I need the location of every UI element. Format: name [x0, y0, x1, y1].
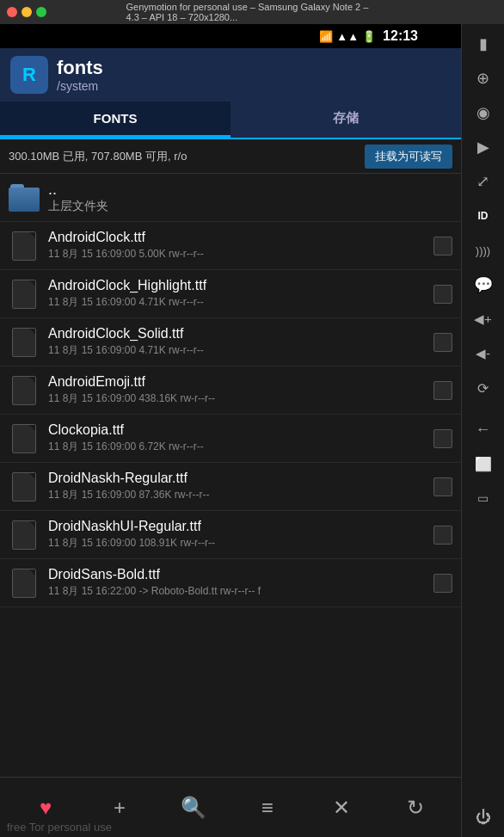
media-icon[interactable]: ▶ — [464, 131, 502, 163]
file-name: AndroidClock_Solid.ttf — [48, 326, 427, 342]
volume-up-icon[interactable]: ◀+ — [464, 303, 502, 335]
file-name: DroidNaskh-Regular.ttf — [48, 471, 427, 486]
file-info: AndroidClock_Highlight.ttf 11 8月 15 16:0… — [48, 278, 427, 310]
signal-status-icon: ▲▲ — [336, 30, 359, 43]
file-info: DroidNaskhUI-Regular.ttf 11 8月 15 16:09:… — [48, 519, 427, 551]
file-info: AndroidClock.ttf 11 8月 15 16:09:00 5.00K… — [48, 230, 427, 262]
file-meta: 11 8月 15 16:09:00 438.16K rw-r--r-- — [48, 391, 427, 406]
wifi-status-icon: 📶 — [319, 30, 333, 43]
close-icon: ✕ — [333, 796, 350, 820]
close-button[interactable] — [7, 7, 17, 17]
file-checkbox[interactable] — [433, 477, 452, 496]
status-time: 12:13 — [383, 28, 418, 44]
storage-bar: 300.10MB 已用, 707.80MB 可用, r/o 挂载为可读写 — [0, 139, 461, 174]
bottom-nav: ♥ + 🔍 ≡ ✕ ↻ free Tor personal use — [0, 777, 461, 837]
power-icon[interactable]: ⏻ — [464, 801, 502, 834]
file-doc-icon — [9, 518, 40, 552]
volume-down-icon[interactable]: ◀- — [464, 337, 502, 370]
back-icon[interactable]: ← — [464, 413, 502, 446]
refresh-icon: ↻ — [407, 796, 424, 820]
window-title: Genymotion for personal use – Samsung Ga… — [126, 2, 378, 22]
plus-icon: + — [114, 796, 126, 820]
file-doc-icon — [9, 566, 40, 600]
file-checkbox[interactable] — [433, 429, 452, 448]
file-meta: 11 8月 15 16:09:00 108.91K rw-r--r-- — [48, 536, 427, 551]
camera-icon[interactable]: ◉ — [464, 96, 502, 129]
file-doc-icon — [9, 470, 40, 504]
file-name: Clockopia.ttf — [48, 422, 427, 438]
file-checkbox[interactable] — [433, 333, 452, 352]
file-info: AndroidClock_Solid.ttf 11 8月 15 16:09:00… — [48, 326, 427, 358]
file-name: AndroidClock_Highlight.ttf — [48, 278, 427, 293]
status-bar: 📶 ▲▲ 🔋 12:13 — [0, 24, 461, 48]
home-icon[interactable]: ⬜ — [464, 447, 502, 480]
file-checkbox[interactable] — [433, 381, 452, 400]
title-bar: Genymotion for personal use – Samsung Ga… — [0, 0, 504, 24]
file-name: DroidNaskhUI-Regular.ttf — [48, 519, 427, 534]
file-checkbox[interactable] — [433, 574, 452, 593]
file-checkbox[interactable] — [433, 285, 452, 304]
file-list: .. 上层文件夹 AndroidClock.ttf 11 8月 15 16:09… — [0, 174, 461, 777]
app-header-text: fonts /system — [57, 57, 103, 93]
app-header: R fonts /system — [0, 48, 461, 102]
file-name: DroidSans-Bold.ttf — [48, 567, 427, 582]
watermark: free Tor personal use — [0, 821, 461, 834]
file-info: AndroidEmoji.ttf 11 8月 15 16:09:00 438.1… — [48, 374, 427, 406]
tab-fonts[interactable]: FONTS — [0, 102, 230, 138]
parent-dir-label: 上层文件夹 — [48, 199, 452, 214]
folder-icon — [9, 181, 40, 215]
wifi-icon[interactable]: )))) — [464, 234, 502, 267]
list-item[interactable]: AndroidClock.ttf 11 8月 15 16:09:00 5.00K… — [0, 222, 461, 270]
list-item[interactable]: DroidSans-Bold.ttf 11 8月 15 16:22:00 -> … — [0, 559, 461, 607]
file-doc-icon — [9, 422, 40, 456]
file-doc-icon — [9, 277, 40, 311]
file-meta: 11 8月 15 16:22:00 -> Roboto-Bold.tt rw-r… — [48, 584, 427, 599]
minimize-button[interactable] — [22, 7, 32, 17]
gps-icon[interactable]: ⊕ — [464, 62, 502, 95]
list-item[interactable]: DroidNaskh-Regular.ttf 11 8月 15 16:09:00… — [0, 463, 461, 511]
file-name: AndroidClock.ttf — [48, 230, 427, 245]
menu-icon: ≡ — [261, 796, 274, 820]
file-checkbox[interactable] — [433, 237, 452, 255]
app-icon: R — [10, 56, 48, 94]
expand-icon[interactable]: ⤢ — [464, 165, 502, 198]
id-icon[interactable]: ID — [464, 200, 502, 232]
list-item[interactable]: AndroidClock_Solid.ttf 11 8月 15 16:09:00… — [0, 318, 461, 366]
file-name: AndroidEmoji.ttf — [48, 374, 427, 390]
file-info: DroidSans-Bold.ttf 11 8月 15 16:22:00 -> … — [48, 567, 427, 599]
file-doc-icon — [9, 373, 40, 408]
right-sidebar: ▮ ⊕ ◉ ▶ ⤢ ID )))) 💬 ◀+ ◀- ⟳ ← ⬜ ▭ ⏻ — [461, 24, 504, 837]
parent-dir-dots: .. — [48, 181, 452, 199]
file-checkbox[interactable] — [433, 526, 452, 545]
file-meta: 11 8月 15 16:09:00 87.36K rw-r--r-- — [48, 488, 427, 502]
parent-dir-item[interactable]: .. 上层文件夹 — [0, 174, 461, 222]
parent-dir-info: .. 上层文件夹 — [48, 181, 452, 214]
file-doc-icon — [9, 325, 40, 360]
main-content: 📶 ▲▲ 🔋 12:13 R fonts /system FONTS 存储 30… — [0, 24, 461, 837]
rotate-icon[interactable]: ⟳ — [464, 372, 502, 404]
file-meta: 11 8月 15 16:09:00 6.72K rw-r--r-- — [48, 440, 427, 454]
file-info: Clockopia.ttf 11 8月 15 16:09:00 6.72K rw… — [48, 422, 427, 454]
list-item[interactable]: AndroidClock_Highlight.ttf 11 8月 15 16:0… — [0, 270, 461, 318]
storage-info: 300.10MB 已用, 707.80MB 可用, r/o — [9, 149, 187, 164]
window-controls[interactable] — [7, 7, 46, 17]
list-item[interactable]: AndroidEmoji.ttf 11 8月 15 16:09:00 438.1… — [0, 366, 461, 415]
battery-icon[interactable]: ▮ — [464, 28, 502, 60]
file-meta: 11 8月 15 16:09:00 4.71K rw-r--r-- — [48, 343, 427, 358]
list-item[interactable]: Clockopia.ttf 11 8月 15 16:09:00 6.72K rw… — [0, 415, 461, 463]
chat-icon[interactable]: 💬 — [464, 268, 502, 301]
list-item[interactable]: DroidNaskhUI-Regular.ttf 11 8月 15 16:09:… — [0, 511, 461, 559]
battery-status-icon: 🔋 — [362, 30, 376, 43]
app-subtitle: /system — [57, 79, 103, 93]
file-meta: 11 8月 15 16:09:00 4.71K rw-r--r-- — [48, 295, 427, 310]
file-info: DroidNaskh-Regular.ttf 11 8月 15 16:09:00… — [48, 471, 427, 502]
tab-storage[interactable]: 存储 — [230, 102, 461, 138]
status-icons: 📶 ▲▲ 🔋 — [319, 30, 376, 43]
search-icon: 🔍 — [181, 796, 206, 820]
heart-icon: ♥ — [40, 796, 52, 820]
divider1 — [464, 406, 502, 411]
mount-button[interactable]: 挂载为可读写 — [365, 145, 452, 169]
app-title: fonts — [57, 57, 103, 79]
maximize-button[interactable] — [36, 7, 46, 17]
recents-icon[interactable]: ▭ — [464, 482, 502, 514]
